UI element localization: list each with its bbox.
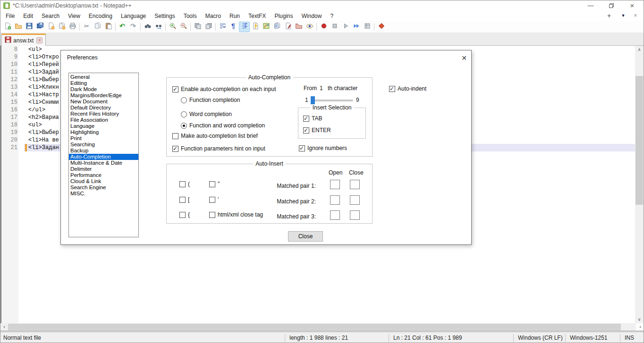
word-completion-radio[interactable]: Word completion: [181, 111, 232, 117]
matched-pair-3-close-input[interactable]: [350, 210, 360, 220]
function-and-word-completion-radio[interactable]: Function and word completion: [181, 122, 265, 129]
open-file-button[interactable]: [13, 22, 24, 32]
matched-pair-1-open-input[interactable]: [330, 180, 340, 189]
vertical-scrollbar-thumb[interactable]: [636, 76, 643, 205]
menu-run[interactable]: Run: [225, 12, 244, 20]
save-file-button[interactable]: [24, 22, 34, 32]
vertical-scrollbar[interactable]: ∧ ∨: [635, 46, 644, 323]
paren-checkbox[interactable]: (: [179, 181, 190, 187]
brace-checkbox[interactable]: {: [179, 211, 190, 218]
checkbox-box[interactable]: [303, 116, 309, 122]
tab-list-dropdown-icon[interactable]: ▼: [618, 11, 628, 21]
category-multi-instance-date[interactable]: Multi-Instance & Date: [69, 160, 138, 166]
word-wrap-button[interactable]: [217, 22, 228, 32]
category-print[interactable]: Print: [69, 135, 138, 142]
undo-button[interactable]: ↶: [117, 22, 128, 32]
checkbox-box[interactable]: [179, 197, 186, 203]
auto-indent-checkbox[interactable]: Auto-indent: [389, 85, 426, 92]
function-completion-radio[interactable]: Function completion: [181, 97, 240, 103]
function-list-button[interactable]: [261, 22, 271, 32]
new-tab-button[interactable]: +: [604, 11, 614, 21]
category-default-directory[interactable]: Default Directory: [69, 105, 138, 111]
close-dialog-button[interactable]: Close: [288, 231, 323, 242]
tab-checkbox[interactable]: TAB: [303, 115, 322, 122]
character-count-slider-thumb[interactable]: [311, 96, 315, 104]
menu-settings[interactable]: Settings: [150, 12, 179, 20]
category-cloud-link[interactable]: Cloud & Link: [69, 178, 138, 184]
menu-tools[interactable]: Tools: [179, 12, 201, 20]
matched-pair-3-open-input[interactable]: [330, 210, 340, 220]
stop-macro-button[interactable]: [329, 22, 340, 32]
scroll-up-icon[interactable]: ∧: [635, 46, 644, 53]
redo-button[interactable]: ↷: [128, 22, 139, 32]
category-backup[interactable]: Backup: [69, 148, 138, 154]
category-delimiter[interactable]: Delimiter: [69, 166, 138, 172]
radio-circle[interactable]: [181, 111, 187, 117]
category-editing[interactable]: Editing: [69, 80, 138, 86]
function-parameters-hint-checkbox[interactable]: Function parameters hint on input: [172, 145, 265, 152]
find-button[interactable]: [142, 22, 153, 32]
checkbox-box[interactable]: [179, 181, 186, 187]
copy-button[interactable]: [92, 22, 103, 32]
checkbox-box[interactable]: [303, 127, 309, 134]
menu-plugins[interactable]: Plugins: [270, 12, 297, 20]
close-file-button[interactable]: [45, 22, 56, 32]
menu-textfx[interactable]: TextFX: [244, 12, 270, 20]
menu-macro[interactable]: Macro: [201, 12, 225, 20]
radio-circle[interactable]: [181, 97, 187, 103]
show-all-characters-button[interactable]: ¶: [228, 22, 239, 32]
menu-edit[interactable]: Edit: [19, 12, 37, 20]
checkbox-box[interactable]: [299, 145, 305, 151]
sync-vertical-button[interactable]: [192, 22, 203, 32]
category-search-engine[interactable]: Search Engine: [69, 184, 138, 191]
dialog-close-icon[interactable]: ✕: [459, 53, 469, 63]
matched-pair-2-open-input[interactable]: [330, 195, 340, 205]
restore-button[interactable]: [601, 0, 622, 11]
zoom-in-button[interactable]: [167, 22, 178, 32]
category-general[interactable]: General: [69, 74, 138, 80]
category-file-association[interactable]: File Association: [69, 117, 138, 123]
close-all-button[interactable]: [56, 22, 67, 32]
checkbox-box[interactable]: [209, 181, 215, 187]
checkbox-box[interactable]: [209, 212, 215, 218]
user-defined-language-button[interactable]: [250, 22, 261, 32]
textfx-button[interactable]: [376, 22, 387, 32]
checkbox-box[interactable]: [172, 86, 178, 92]
category-new-document[interactable]: New Document: [69, 99, 138, 105]
category-performance[interactable]: Performance: [69, 172, 138, 178]
checkbox-box[interactable]: [172, 146, 178, 152]
cut-button[interactable]: ✂: [81, 22, 92, 32]
tab-answ-txt[interactable]: answ.txt ×: [1, 33, 46, 46]
horizontal-scrollbar-thumb[interactable]: [8, 324, 621, 330]
tab-close-icon[interactable]: ×: [36, 37, 42, 43]
checkbox-box[interactable]: [209, 197, 215, 203]
scroll-down-icon[interactable]: ∨: [635, 316, 644, 323]
save-macro-button[interactable]: [362, 22, 373, 32]
category-language[interactable]: Language: [69, 123, 138, 129]
view-file-button[interactable]: [304, 22, 315, 32]
menu-window[interactable]: Window: [297, 12, 326, 20]
checkbox-box[interactable]: [179, 212, 186, 218]
menu-language[interactable]: Language: [117, 12, 150, 20]
minimize-button[interactable]: —: [580, 0, 601, 11]
new-file-button[interactable]: [2, 22, 13, 32]
scroll-left-icon[interactable]: ‹: [0, 323, 8, 331]
sync-horizontal-button[interactable]: [203, 22, 214, 32]
paste-button[interactable]: [103, 22, 114, 32]
indent-guide-button[interactable]: [239, 22, 250, 32]
close-window-button[interactable]: ×: [622, 0, 643, 11]
category-dark-mode[interactable]: Dark Mode: [69, 86, 138, 92]
scroll-right-icon[interactable]: ›: [636, 323, 644, 331]
menu-search[interactable]: Search: [37, 12, 64, 20]
enable-autocompletion-checkbox[interactable]: Enable auto-completion on each input: [172, 86, 276, 92]
close-tab-button[interactable]: ×: [630, 11, 641, 21]
menu-file[interactable]: File: [1, 12, 19, 20]
character-count-slider-track[interactable]: [311, 100, 353, 101]
single-quote-checkbox[interactable]: ': [209, 196, 219, 203]
play-macro-button[interactable]: [340, 22, 351, 32]
zoom-out-button[interactable]: [178, 22, 189, 32]
ignore-numbers-checkbox[interactable]: Ignore numbers: [299, 145, 347, 151]
category-searching[interactable]: Searching: [69, 142, 138, 148]
horizontal-scrollbar[interactable]: ‹: [0, 323, 636, 331]
matched-pair-2-close-input[interactable]: [350, 195, 360, 205]
